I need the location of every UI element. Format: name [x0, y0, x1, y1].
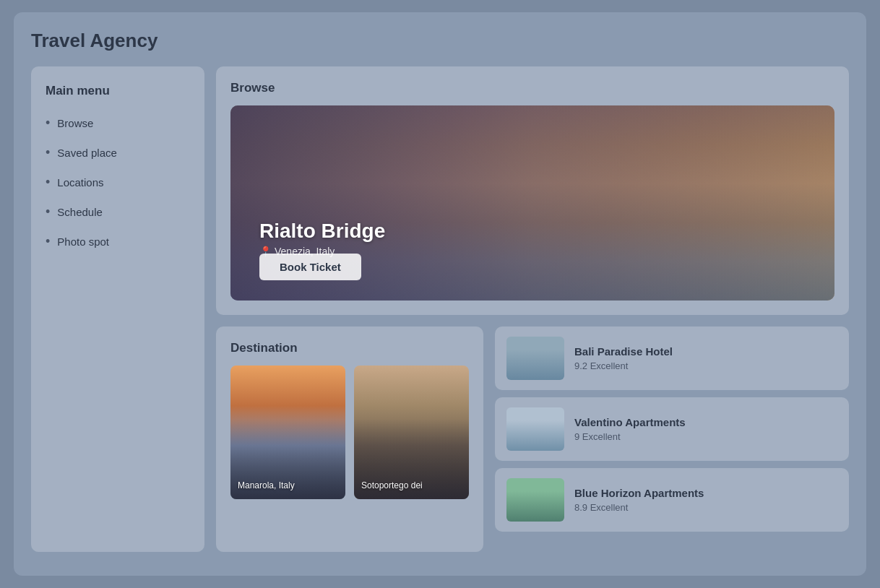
hotel-rating-1: 9 Excellent: [574, 431, 837, 442]
destination-cards: Manarola, Italy Sotoportego dei: [230, 366, 469, 499]
dest-card-label-1: Sotoportego dei: [361, 480, 462, 490]
destination-panel: Destination Manarola, Italy Sotoportego …: [216, 327, 483, 552]
app-wrapper: Travel Agency Main menu Browse Saved pla…: [14, 12, 866, 576]
hotel-name-2: Blue Horizon Apartments: [574, 487, 837, 499]
hotel-name-0: Bali Paradise Hotel: [574, 345, 837, 358]
sidebar-title: Main menu: [46, 84, 190, 98]
hero-content: Rialto Bridge 📍 Venezia, Italy: [259, 220, 385, 257]
sidebar-item-saved-place[interactable]: Saved place: [46, 145, 190, 160]
sidebar-item-browse[interactable]: Browse: [46, 116, 190, 131]
sidebar-menu: Browse Saved place Locations Schedule Ph…: [46, 116, 190, 249]
browse-panel: Browse Rialto Bridge 📍 Venezia, Italy Bo…: [216, 66, 849, 315]
destination-card-1[interactable]: Sotoportego dei: [354, 366, 469, 499]
hotel-rating-2: 8.9 Excellent: [574, 502, 837, 513]
sidebar-item-schedule[interactable]: Schedule: [46, 204, 190, 220]
hotel-rating-0: 9.2 Excellent: [574, 360, 837, 371]
destination-card-0[interactable]: Manarola, Italy: [230, 366, 345, 499]
sidebar: Main menu Browse Saved place Locations S…: [31, 66, 204, 552]
hotel-card-1[interactable]: Valentino Apartments 9 Excellent: [495, 397, 849, 461]
app-title: Travel Agency: [31, 30, 849, 52]
hotel-info-2: Blue Horizon Apartments 8.9 Excellent: [574, 487, 837, 513]
hotel-thumb-1: [506, 407, 564, 451]
hero-place-name: Rialto Bridge: [259, 220, 385, 243]
dest-card-overlay-1: [354, 366, 469, 499]
sidebar-item-photo-spot[interactable]: Photo spot: [46, 234, 190, 249]
hotel-thumb-2: [506, 478, 564, 522]
hotels-panel: Bali Paradise Hotel 9.2 Excellent Valent…: [495, 327, 849, 552]
hero-image: Rialto Bridge 📍 Venezia, Italy Book Tick…: [230, 105, 834, 301]
main-layout: Main menu Browse Saved place Locations S…: [31, 66, 849, 552]
book-ticket-button[interactable]: Book Ticket: [259, 254, 361, 280]
sidebar-item-locations[interactable]: Locations: [46, 175, 190, 190]
bottom-row: Destination Manarola, Italy Sotoportego …: [216, 327, 849, 552]
hotel-info-0: Bali Paradise Hotel 9.2 Excellent: [574, 345, 837, 371]
hotel-name-1: Valentino Apartments: [574, 416, 837, 428]
hotel-info-1: Valentino Apartments 9 Excellent: [574, 416, 837, 442]
hotel-card-0[interactable]: Bali Paradise Hotel 9.2 Excellent: [495, 327, 849, 390]
browse-section-title: Browse: [230, 81, 834, 95]
dest-card-label-0: Manarola, Italy: [238, 480, 338, 490]
dest-card-overlay-0: [230, 366, 345, 499]
destination-title: Destination: [230, 341, 469, 355]
main-content: Browse Rialto Bridge 📍 Venezia, Italy Bo…: [216, 66, 849, 552]
hotel-thumb-0: [506, 337, 564, 380]
hotel-card-2[interactable]: Blue Horizon Apartments 8.9 Excellent: [495, 468, 849, 532]
